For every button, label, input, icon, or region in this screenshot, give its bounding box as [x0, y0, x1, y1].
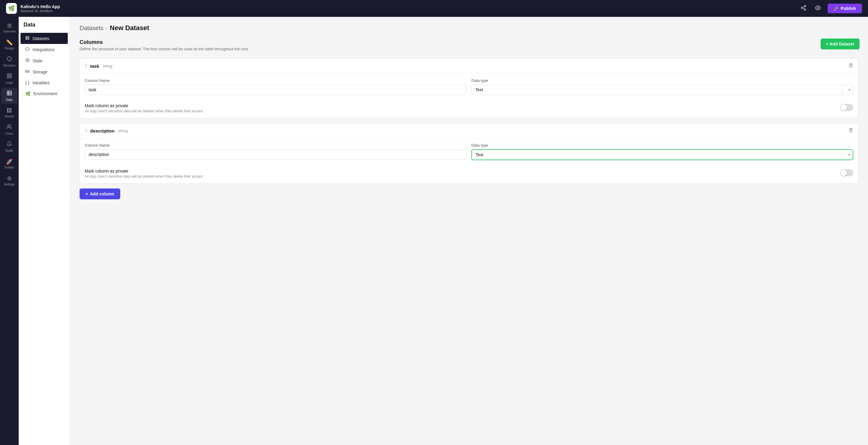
card-header-description: ⠿ description string	[80, 124, 858, 138]
sidebar-integrations[interactable]: Integrations	[21, 44, 68, 55]
preview-button[interactable]	[813, 3, 823, 14]
sidebar-variables[interactable]: { } Variables	[21, 77, 68, 88]
card-body-task: Column Name Data type Text Number Boolea…	[80, 73, 858, 118]
svg-rect-11	[7, 91, 11, 95]
private-sub-task: An App User's sensitive data will be del…	[85, 109, 203, 113]
private-row-description: Mark column as private An App User's sen…	[85, 165, 853, 178]
variables-icon: { }	[25, 80, 29, 85]
state-label: State	[33, 59, 42, 63]
col-name-label-description: Column Name	[85, 143, 467, 147]
card-body-description: Column Name Data type Text Number Boolea…	[80, 138, 858, 183]
svg-marker-6	[7, 57, 12, 61]
breadcrumb-separator: ›	[106, 25, 107, 31]
sidebar-item-structure[interactable]: Structure	[1, 54, 18, 70]
logic-label: Logic	[6, 81, 13, 84]
sidebar-datasets[interactable]: Datasets	[21, 33, 68, 44]
sidebar-item-publish[interactable]: 🚀 Publish	[1, 156, 18, 172]
delete-description-button[interactable]	[848, 128, 853, 134]
environment-icon: 🌿	[25, 91, 30, 96]
topbar-right: 🚀 Publish	[799, 3, 862, 14]
col-type-description: string	[118, 129, 128, 133]
app-name: Kalindu's Hello App	[21, 4, 60, 9]
col-type-task: string	[103, 64, 113, 68]
datasets-icon	[25, 36, 30, 41]
design-icon: ✏️	[6, 39, 13, 46]
card-header-task: ⠿ task string	[80, 59, 858, 73]
data-label: Data	[6, 98, 12, 101]
private-row-task: Mark column as private An App User's sen…	[85, 100, 853, 113]
columns-header: Columns Define the structure of your dat…	[80, 39, 858, 51]
card-header-left-description: ⠿ description string	[85, 128, 128, 133]
publish-icon: 🚀	[6, 158, 13, 165]
sidebar-item-logic[interactable]: Logic	[1, 71, 18, 87]
svg-point-15	[8, 125, 10, 127]
svg-line-3	[803, 8, 805, 9]
private-toggle-description[interactable]	[840, 169, 853, 176]
storage-icon	[25, 69, 30, 74]
sidebar-item-overview[interactable]: ⊞ Overview	[1, 20, 18, 36]
column-card-task: ⠿ task string Column Name Data type	[80, 59, 858, 118]
sidebar-item-design[interactable]: ✏️ Design	[1, 37, 18, 53]
rocket-icon: 🚀	[834, 6, 839, 11]
form-row-task: Column Name Data type Text Number Boolea…	[85, 78, 853, 95]
svg-rect-10	[7, 76, 9, 78]
environment-label: Environment	[33, 91, 57, 96]
settings-icon: ⚙	[7, 175, 12, 182]
private-text-description: Mark column as private An App User's sen…	[85, 169, 203, 178]
col-name-input-description[interactable]	[85, 149, 467, 160]
share-button[interactable]	[799, 3, 808, 14]
form-group-col-name-task: Column Name	[85, 78, 467, 95]
breadcrumb: Datasets › New Dataset	[80, 24, 858, 32]
app-icon: 🌿	[6, 3, 17, 14]
sidebar-item-settings[interactable]: ⚙ Settings	[1, 173, 18, 189]
form-row-description: Column Name Data type Text Number Boolea…	[85, 143, 853, 160]
plus-icon: +	[86, 192, 88, 196]
add-column-button[interactable]: + Add column	[80, 189, 120, 199]
drag-handle-description[interactable]: ⠿	[85, 128, 88, 133]
columns-title: Columns	[80, 39, 858, 45]
svg-marker-20	[26, 47, 29, 51]
column-card-description: ⠿ description string Column Name Data ty…	[80, 123, 858, 184]
private-text-task: Mark column as private An App User's sen…	[85, 103, 203, 113]
notify-icon	[7, 141, 12, 148]
col-name-input-task[interactable]	[85, 84, 467, 95]
svg-rect-8	[10, 74, 11, 75]
publish-button[interactable]: 🚀 Publish	[828, 4, 862, 13]
sidebar-item-assets[interactable]: 🖼 Assets	[1, 105, 18, 121]
form-group-col-name-description: Column Name	[85, 143, 467, 160]
sidebar-environment[interactable]: 🌿 Environment	[21, 88, 68, 99]
sidebar-storage[interactable]: Storage	[21, 66, 68, 77]
drag-handle-task[interactable]: ⠿	[85, 64, 88, 68]
svg-point-21	[26, 59, 29, 62]
sidebar-state[interactable]: State	[21, 55, 68, 66]
col-name-task: task	[90, 64, 99, 69]
overview-icon: ⊞	[7, 22, 12, 29]
private-label-task: Mark column as private	[85, 103, 203, 108]
data-icon	[7, 90, 12, 97]
data-type-select-description[interactable]: Text Number Boolean Date Image File	[471, 149, 853, 160]
sidebar-item-notify[interactable]: Notify	[1, 139, 18, 155]
data-type-select-task[interactable]: Text Number Boolean Date Image File	[471, 84, 853, 95]
storage-label: Storage	[33, 70, 47, 74]
svg-rect-9	[10, 76, 11, 78]
topbar: 🌿 Kalindu's Hello App Appspotr SL Sandbo…	[0, 0, 868, 17]
data-type-label-task: Data type	[471, 78, 853, 83]
logic-icon	[7, 73, 12, 80]
breadcrumb-parent[interactable]: Datasets	[80, 25, 103, 32]
structure-icon	[7, 56, 12, 63]
main-content: + Add Dataset Datasets › New Dataset Col…	[70, 17, 868, 445]
app-title: Kalindu's Hello App Appspotr SL Sandbox	[21, 4, 60, 13]
topbar-left: 🌿 Kalindu's Hello App Appspotr SL Sandbo…	[6, 3, 60, 14]
card-header-left-task: ⠿ task string	[85, 64, 113, 69]
sidebar-item-users[interactable]: Users	[1, 122, 18, 138]
private-sub-description: An App User's sensitive data will be del…	[85, 174, 203, 178]
svg-point-5	[817, 7, 819, 8]
sidebar-item-data[interactable]: Data	[1, 88, 18, 104]
add-dataset-button[interactable]: + Add Dataset	[821, 38, 860, 49]
form-group-data-type-task: Data type Text Number Boolean Date Image…	[471, 78, 853, 95]
integrations-label: Integrations	[33, 47, 55, 52]
publish-label: Publish	[4, 166, 14, 169]
settings-label: Settings	[4, 183, 15, 186]
delete-task-button[interactable]	[848, 63, 853, 69]
private-toggle-task[interactable]	[840, 104, 853, 111]
